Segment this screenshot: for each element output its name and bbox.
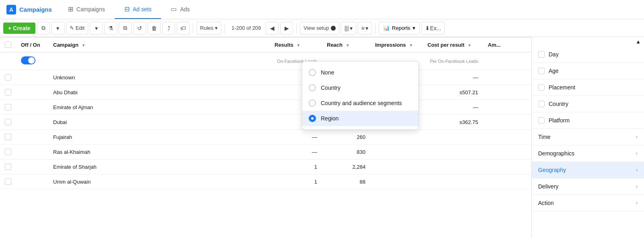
row-amount xyxy=(483,70,531,85)
separator-2 xyxy=(225,23,225,33)
share-button[interactable]: ⤴ xyxy=(162,22,175,35)
right-panel-item-action[interactable]: Action › xyxy=(532,195,644,211)
right-panel-item-platform[interactable]: Platform xyxy=(532,112,644,129)
row-campaign: Abu Dhabi xyxy=(48,85,270,100)
row-results: — xyxy=(270,130,322,145)
results-sort-icon: ▼ xyxy=(297,43,301,48)
prev-page-button[interactable]: ◀ xyxy=(266,22,279,35)
select-all-checkbox[interactable] xyxy=(5,41,11,48)
header-impressions[interactable]: Impressions ▼ xyxy=(370,37,423,52)
columns-button[interactable]: ||| ▾ xyxy=(341,22,356,35)
scroll-top: ▲ xyxy=(532,37,644,46)
next-page-button[interactable]: ▶ xyxy=(280,22,293,35)
copy-button[interactable]: ⧉ xyxy=(119,22,132,35)
reach-sort-icon: ▼ xyxy=(346,43,350,48)
row-cost: s507.21 xyxy=(423,85,483,100)
tab-ads[interactable]: ▭ Ads xyxy=(161,0,199,19)
duplicate-chevron-button[interactable]: ▾ xyxy=(52,22,64,35)
right-panel-item-time[interactable]: Time › xyxy=(532,129,644,145)
breakdown-option-country-audience[interactable]: Country and audience segments xyxy=(302,95,418,111)
right-panel-item-delivery[interactable]: Delivery › xyxy=(532,178,644,195)
row-impressions xyxy=(370,159,423,174)
breakdown-option-country[interactable]: Country xyxy=(302,80,418,95)
rules-button[interactable]: Rules ▾ xyxy=(196,22,221,35)
cost-sort-icon: ▼ xyxy=(467,43,471,48)
flask-button[interactable]: ⚗ xyxy=(104,22,117,35)
right-panel-item-country[interactable]: Country xyxy=(532,96,644,112)
table-row: Fujairah — 260 xyxy=(0,130,531,145)
breakdown-option-none[interactable]: None xyxy=(302,65,418,80)
row-amount xyxy=(483,52,531,70)
row-checkbox[interactable] xyxy=(5,178,11,185)
geography-chevron-icon: › xyxy=(636,167,638,173)
app-logo[interactable]: A Campaigns xyxy=(0,5,58,14)
row-checkbox[interactable] xyxy=(5,163,11,170)
row-checkbox[interactable] xyxy=(5,134,11,140)
row-checkbox[interactable] xyxy=(5,89,11,95)
tag-button[interactable]: 🏷 xyxy=(177,22,190,35)
row-campaign: Dubai xyxy=(48,115,270,130)
age-item-left: Age xyxy=(538,68,559,74)
row-amount xyxy=(483,100,531,115)
reports-chevron-icon: ▾ xyxy=(413,25,415,31)
country-checkbox[interactable] xyxy=(538,101,545,107)
row-checkbox[interactable] xyxy=(5,104,11,110)
duplicate-button[interactable]: ⧉ xyxy=(37,22,50,35)
tab-campaigns[interactable]: ⊞ Campaigns xyxy=(58,0,115,19)
scroll-up-icon: ▲ xyxy=(636,39,641,45)
row-checkbox[interactable] xyxy=(5,119,11,125)
main-area: Off / On Campaign ▼ Results ▼ Reach ▼ xyxy=(0,37,644,238)
create-button[interactable]: + Create xyxy=(3,23,35,34)
right-panel-item-age[interactable]: Age xyxy=(532,63,644,79)
header-cost[interactable]: Cost per result ▼ xyxy=(423,37,483,52)
row-check xyxy=(0,70,16,85)
day-checkbox[interactable] xyxy=(538,51,545,58)
view-setup-button[interactable]: View setup xyxy=(300,22,339,35)
platform-item-left: Platform xyxy=(538,117,570,124)
age-checkbox[interactable] xyxy=(538,68,545,74)
table-row: Unknown — — 1 — xyxy=(0,70,531,85)
placement-checkbox[interactable] xyxy=(538,84,545,91)
header-reach[interactable]: Reach ▼ xyxy=(322,37,370,52)
layout-button[interactable]: ≡ ▾ xyxy=(358,22,372,35)
app-title: Campaigns xyxy=(19,6,52,13)
export-icon: ⬇ xyxy=(425,25,430,31)
row-results: 1 xyxy=(270,159,322,174)
row-cost: — xyxy=(423,100,483,115)
row-impressions xyxy=(370,130,423,145)
row-check xyxy=(0,85,16,100)
right-panel-item-placement[interactable]: Placement xyxy=(532,79,644,96)
logo-icon: A xyxy=(6,5,16,14)
layout-chevron: ▾ xyxy=(365,25,368,31)
edit-button[interactable]: ✎ Edit xyxy=(66,22,88,35)
action-chevron-icon: › xyxy=(636,200,638,206)
right-panel: ▲ Day Age Placement Co xyxy=(531,37,644,238)
export-button[interactable]: ⬇ Ex... xyxy=(421,22,445,35)
reports-button[interactable]: 📊 Reports ▾ xyxy=(379,22,420,35)
row-checkbox[interactable] xyxy=(5,149,11,155)
row-impressions xyxy=(370,145,423,159)
right-panel-item-day[interactable]: Day xyxy=(532,46,644,63)
platform-checkbox[interactable] xyxy=(538,117,545,124)
delete-button[interactable]: 🗑 xyxy=(148,22,161,35)
rules-chevron-icon: ▾ xyxy=(215,25,218,31)
row-checkbox[interactable] xyxy=(5,74,11,81)
cost-sub-label: Per On-Facebook Leads xyxy=(427,59,478,64)
row-toggle xyxy=(16,52,48,70)
row-reach: 830 xyxy=(322,145,370,159)
table-row: Abu Dhabi 11 6,532 21,221 s507.21 xyxy=(0,85,531,100)
layout-icon: ≡ xyxy=(361,25,365,31)
tab-adsets[interactable]: ⊟ Ad sets xyxy=(115,0,161,19)
table-row: Emirate of Ajman — 1,389 4,451 — xyxy=(0,100,531,115)
right-panel-item-geography[interactable]: Geography › xyxy=(532,162,644,178)
right-panel-item-demographics[interactable]: Demographics › xyxy=(532,145,644,162)
toggle-switch[interactable] xyxy=(21,56,35,64)
undo-button[interactable]: ↺ xyxy=(133,22,146,35)
header-results[interactable]: Results ▼ xyxy=(270,37,322,52)
edit-chevron-button[interactable]: ▾ xyxy=(90,22,103,35)
breakdown-option-region[interactable]: Region xyxy=(302,111,418,126)
separator-3 xyxy=(296,23,297,33)
row-cost: — xyxy=(423,70,483,85)
header-campaign[interactable]: Campaign ▼ xyxy=(48,37,270,52)
header-amount[interactable]: Am... xyxy=(483,37,531,52)
